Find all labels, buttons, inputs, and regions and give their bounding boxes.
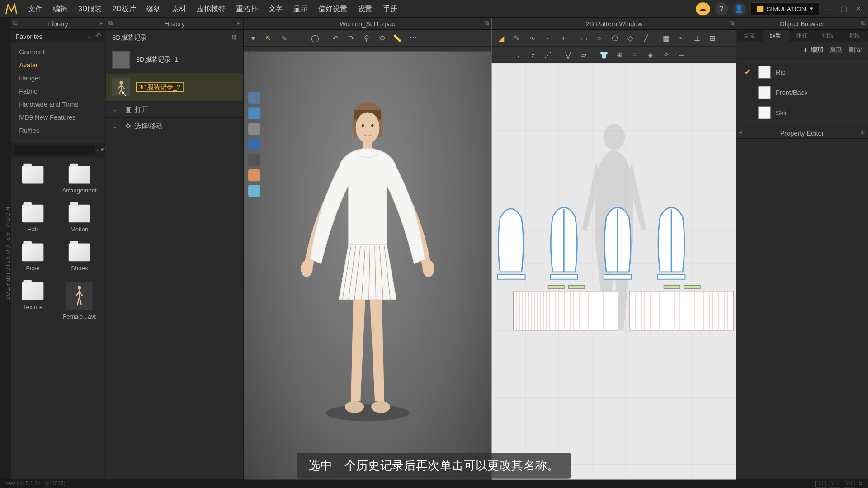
window-minimize[interactable]: — (825, 4, 834, 14)
tool-rotate-icon[interactable]: ⟲ (375, 31, 389, 45)
tool-2d-poly-icon[interactable]: ⬠ (608, 31, 622, 45)
tool-2d-trace-icon[interactable]: ▦ (659, 31, 673, 45)
tool-2d-grid-icon[interactable]: ⊞ (705, 31, 720, 45)
help-button[interactable]: ? (715, 2, 728, 15)
tool-2d-seg-sew-icon[interactable]: ⫽ (525, 47, 540, 62)
menu-settings[interactable]: 设置 (353, 0, 377, 18)
back-icon[interactable]: ↶ (95, 32, 101, 41)
popout-icon[interactable]: ⧉ (108, 20, 113, 27)
window-close[interactable]: ✕ (854, 4, 863, 14)
shading-mesh-icon[interactable] (248, 123, 260, 135)
library-search-input[interactable] (14, 145, 95, 155)
category-hanger[interactable]: Hanger (11, 71, 106, 84)
tab-scene[interactable]: 场景 (736, 30, 763, 42)
layout-split-button[interactable]: 2D (844, 480, 854, 487)
shading-trans-icon[interactable] (248, 154, 260, 166)
tool-2d-piping-icon[interactable]: ≡ (628, 47, 642, 62)
user-button[interactable]: 👤 (732, 2, 745, 15)
tool-2d-line-icon[interactable]: ╱ (638, 31, 653, 45)
dropdown-icon[interactable]: ▸ (237, 20, 241, 27)
menu-manual[interactable]: 手册 (377, 0, 402, 18)
tool-2d-seam-icon[interactable]: ≈ (675, 31, 689, 45)
shading-solid-icon[interactable] (248, 92, 260, 103)
tool-2d-fold-icon[interactable]: ⋁ (561, 47, 576, 62)
add-fabric-button[interactable]: ＋ 增加 (802, 45, 824, 54)
tool-pin-icon[interactable]: ⚲ (359, 31, 374, 45)
tool-undo-icon[interactable]: ↶ (328, 31, 343, 45)
tool-2d-notch-icon[interactable]: ⊥ (690, 31, 704, 45)
thumb-texture[interactable]: Texture (17, 282, 49, 319)
menu-sewing[interactable]: 缝纫 (141, 0, 166, 18)
tab-buttonhole[interactable]: 扣眼 (815, 30, 841, 42)
thumb-arrangement[interactable]: Arrangement (63, 166, 95, 194)
tool-2d-iron-icon[interactable]: ▱ (576, 47, 591, 62)
category-garment[interactable]: Garment (11, 45, 106, 58)
menu-material[interactable]: 素材 (166, 0, 191, 18)
tab-button[interactable]: 纽扣 (789, 30, 815, 42)
tool-2d-sew-icon[interactable]: ⟋ (494, 47, 509, 62)
simulation-button[interactable]: SIMULATION ▾ (750, 2, 820, 15)
tool-2d-edit-icon[interactable]: ✎ (509, 31, 524, 45)
tool-2d-free-sew-icon[interactable]: ⟍ (509, 47, 524, 62)
thumb-pose[interactable]: Pose (17, 244, 49, 272)
popout-icon[interactable]: ⧉ (861, 129, 865, 136)
add-favorite-icon[interactable]: ＋ (85, 32, 92, 41)
category-fabric[interactable]: Fabric (11, 84, 106, 98)
tool-2d-symmetry-icon[interactable]: ✧ (659, 47, 673, 62)
avatar-figure[interactable] (278, 91, 457, 427)
tool-2d-edit-sew-icon[interactable]: ⋰ (541, 47, 555, 62)
popout-icon[interactable]: ⧉ (13, 20, 17, 27)
delete-fabric-button[interactable]: 删除 (849, 45, 862, 54)
thumb-female-avatar[interactable]: Female...avt (63, 282, 95, 319)
viewport-3d[interactable] (244, 52, 491, 480)
tool-2d-add-icon[interactable]: + (556, 31, 571, 45)
shading-thick-icon[interactable] (248, 138, 260, 150)
menu-file[interactable]: 文件 (23, 0, 47, 18)
tool-lasso-icon[interactable]: ◯ (308, 31, 322, 45)
thumb-motion[interactable]: Motion (63, 205, 95, 233)
tool-2d-garment-icon[interactable]: 👕 (597, 47, 611, 62)
layout-3d-button[interactable]: 3D (815, 480, 826, 487)
history-item-2[interactable]: ↖ (106, 73, 243, 101)
popout-icon[interactable]: ⧉ (861, 20, 865, 27)
menu-text[interactable]: 文字 (263, 0, 288, 18)
thumb-hair[interactable]: Hair (17, 205, 49, 233)
menu-2d-pattern[interactable]: 2D板片 (107, 0, 142, 18)
window-maximize[interactable]: ▢ (839, 4, 849, 14)
history-item-1[interactable]: 3D服装记录_1 (106, 46, 243, 74)
tool-edit-icon[interactable]: ✎ (277, 31, 291, 45)
gear-icon[interactable]: ⚙ (231, 34, 237, 42)
shading-texture-icon[interactable] (248, 108, 260, 119)
modular-configurator-rail[interactable]: MODULAR CONFIGURATOR (0, 18, 11, 480)
tool-2d-select-icon[interactable]: ◢ (494, 31, 509, 45)
tab-fabric[interactable]: 织物 (763, 30, 789, 42)
tool-2d-bind-icon[interactable]: ⊕ (612, 47, 627, 62)
menu-avatar[interactable]: 虚拟模特 (191, 0, 231, 18)
layout-2d-button[interactable]: 2D (830, 480, 840, 487)
menu-3d-garment[interactable]: 3D服装 (73, 0, 107, 18)
tool-2d-circle-icon[interactable]: ○ (592, 31, 606, 45)
tool-wind-icon[interactable]: 〰 (406, 31, 420, 45)
copy-fabric-button[interactable]: 复制 (830, 45, 843, 54)
menu-display[interactable]: 显示 (288, 0, 313, 18)
tool-2d-curve-icon[interactable]: ∿ (525, 31, 540, 45)
tool-select-icon[interactable]: ↖ (261, 31, 276, 45)
thumb-up[interactable]: .. (17, 166, 49, 194)
tool-box-icon[interactable]: ▭ (292, 31, 307, 45)
dropdown-icon[interactable]: ▸ (100, 20, 104, 27)
check-icon[interactable]: ✔ (745, 68, 753, 76)
menu-retopo[interactable]: 重拓扑 (231, 0, 263, 18)
tab-topstitch[interactable]: 明线 (841, 30, 868, 42)
menu-preferences[interactable]: 偏好设置 (313, 0, 353, 18)
menu-edit[interactable]: 编辑 (48, 0, 73, 18)
sync-button[interactable]: ☁ (696, 2, 710, 15)
history-section-select[interactable]: ⌄ ✥ 选择/移动 (106, 117, 243, 134)
category-avatar[interactable]: Avatar (11, 58, 106, 71)
collapse-icon[interactable]: ◂ (739, 129, 742, 136)
pattern-canvas[interactable] (492, 63, 736, 479)
shading-stress-icon[interactable] (248, 169, 260, 181)
tool-2d-measure-icon[interactable]: ↔ (675, 47, 689, 62)
tool-measure-icon[interactable]: 📏 (390, 31, 405, 45)
category-md9[interactable]: MD9 New Features (11, 111, 106, 124)
category-hardware[interactable]: Hardware and Trims (11, 98, 106, 111)
